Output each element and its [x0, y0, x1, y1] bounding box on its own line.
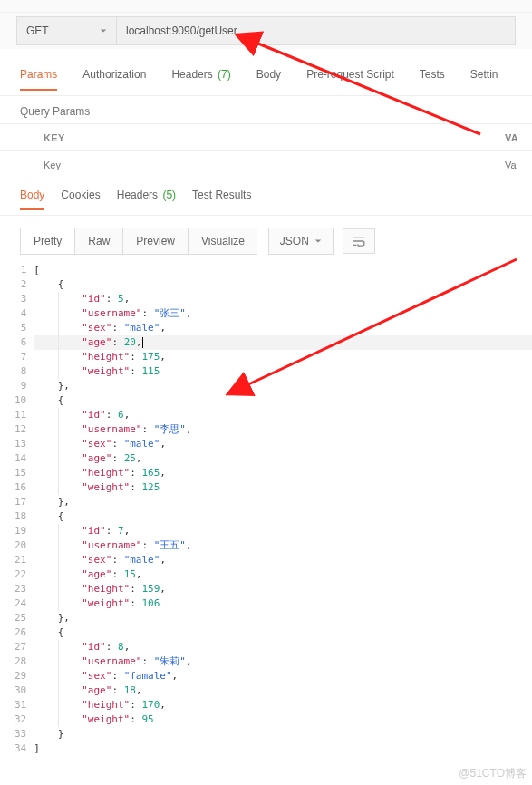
method-select[interactable]: GET: [16, 16, 116, 45]
resp-tab-headers[interactable]: Headers (5): [117, 189, 176, 210]
caret-down-icon: [314, 237, 322, 245]
resp-tab-cookies[interactable]: Cookies: [61, 189, 100, 210]
tab-authorization[interactable]: Authorization: [82, 68, 146, 91]
tab-prerequest[interactable]: Pre-request Script: [306, 68, 394, 91]
tab-headers[interactable]: Headers (7): [171, 68, 230, 91]
code-content[interactable]: [ { "id": 5, "username": "张三", "sex": "m…: [34, 263, 532, 756]
col-key-header: KEY: [44, 132, 505, 143]
tab-tests[interactable]: Tests: [420, 68, 445, 91]
format-select[interactable]: JSON: [268, 228, 334, 255]
tab-params[interactable]: Params: [20, 68, 57, 91]
watermark: @51CTO博客: [459, 766, 527, 781]
format-label: JSON: [280, 235, 309, 247]
params-header-row: KEY VA: [0, 124, 532, 151]
request-tabs: Params Authorization Headers (7) Body Pr…: [0, 63, 532, 96]
method-label: GET: [26, 24, 49, 37]
params-table: KEY VA: [0, 123, 532, 179]
url-input[interactable]: [116, 16, 516, 45]
line-gutter: 1234567891011121314151617181920212223242…: [0, 263, 34, 756]
view-preview[interactable]: Preview: [122, 228, 188, 255]
view-pretty[interactable]: Pretty: [20, 228, 74, 255]
tab-body[interactable]: Body: [256, 68, 281, 91]
top-spacer: [0, 0, 532, 13]
params-input-row: [0, 151, 532, 179]
resp-tab-test-results[interactable]: Test Results: [192, 189, 251, 210]
response-tabs: Body Cookies Headers (5) Test Results: [0, 183, 532, 216]
view-raw[interactable]: Raw: [74, 228, 122, 255]
url-bar: GET: [0, 13, 532, 49]
view-visualize[interactable]: Visualize: [188, 228, 257, 255]
query-params-label: Query Params: [0, 96, 532, 123]
col-value-header: VA: [505, 132, 532, 143]
resp-tab-body[interactable]: Body: [20, 189, 44, 210]
view-bar: Pretty Raw Preview Visualize JSON: [0, 223, 532, 259]
tab-settings[interactable]: Settin: [470, 68, 498, 91]
key-input[interactable]: [44, 160, 505, 170]
wrap-line-icon[interactable]: [343, 228, 375, 254]
value-input[interactable]: [505, 160, 532, 170]
response-body[interactable]: 1234567891011121314151617181920212223242…: [0, 259, 532, 756]
caret-down-icon: [100, 27, 107, 34]
